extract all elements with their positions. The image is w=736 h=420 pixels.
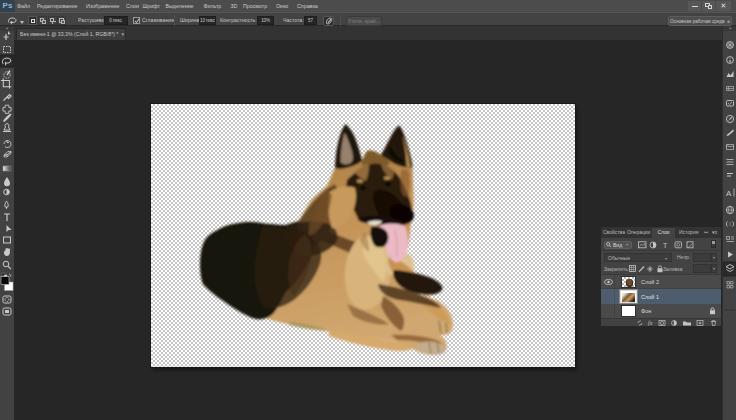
svg-text:A: A	[726, 189, 732, 198]
svg-text:fx: fx	[648, 320, 653, 326]
svg-text:T: T	[663, 242, 668, 249]
